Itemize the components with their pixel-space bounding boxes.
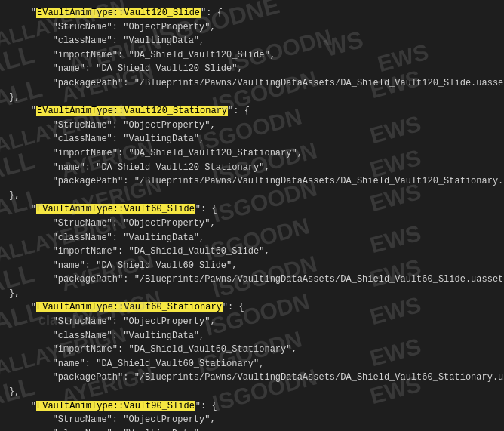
code-line: "StrucName": "ObjectProperty", (9, 413, 495, 427)
code-line: "className": "VaultingData", (9, 231, 495, 245)
code-line: "StrucName": "ObjectProperty", (9, 20, 495, 35)
code-line: "importName": "DA_Shield_Vault120_Slide"… (9, 48, 495, 63)
code-line: "className": "VaultingData", (9, 427, 495, 431)
code-line: "EVaultAnimType::Vault90_Slide": { (9, 399, 495, 414)
code-line: "importName": "DA_Shield_Vault120_Statio… (9, 146, 495, 161)
code-line: "name": "DA_Shield_Vault120_Stationary", (9, 161, 495, 175)
code-line: "StrucName": "ObjectProperty", (9, 315, 495, 329)
code-line: }, (9, 91, 495, 105)
code-line: "StrucName": "ObjectProperty", (9, 217, 495, 231)
highlight-key: EVaultAnimType::Vault90_Slide (36, 401, 195, 411)
code-line: "packagePath": "/Blueprints/Pawns/Vaulti… (9, 76, 495, 91)
code-line: "EVaultAnimType::Vault60_Slide": { (9, 202, 495, 217)
highlight-key: EVaultAnimType::Vault120_Slide (36, 8, 201, 18)
code-line: }, (9, 189, 495, 203)
highlight-key: EVaultAnimType::Vault120_Stationary (36, 106, 228, 116)
highlight-key: EVaultAnimType::Vault60_Slide (36, 204, 195, 214)
code-line: "packagePath": "/Blueprints/Pawns/Vaulti… (9, 272, 495, 287)
code-line: "importName": "DA_Shield_Vault60_Slide", (9, 245, 495, 259)
highlight-key: EVaultAnimType::Vault60_Stationary (36, 302, 223, 312)
code-line: "name": "DA_Shield_Vault120_Slide", (9, 62, 495, 76)
code-line: "packagePath": "/Blueprints/Pawns/Vaulti… (9, 174, 495, 189)
code-line: "importName": "DA_Shield_Vault60_Station… (9, 343, 495, 357)
code-line: "className": "VaultingData", (9, 34, 495, 48)
code-line: "StrucName": "ObjectProperty", (9, 119, 495, 133)
code-line: "name": "DA_Shield_Vault60_Slide", (9, 259, 495, 273)
code-line: "name": "DA_Shield_Vault60_Stationary", (9, 357, 495, 371)
code-line: "EVaultAnimType::Vault120_Stationary": { (9, 104, 495, 119)
code-line: "EVaultAnimType::Vault60_Stationary": { (9, 300, 495, 315)
code-line: "EVaultAnimType::Vault120_Slide": { (9, 6, 495, 20)
code-line: }, (9, 287, 495, 301)
code-line: }, (9, 385, 495, 399)
code-line: "className": "VaultingData", (9, 329, 495, 343)
code-line: "packagePath": "/Blueprints/Pawns/Vaulti… (9, 371, 495, 385)
code-line: "className": "VaultingData", (9, 132, 495, 146)
code-viewer: "EVaultAnimType::Vault120_Slide": { "Str… (0, 0, 504, 431)
